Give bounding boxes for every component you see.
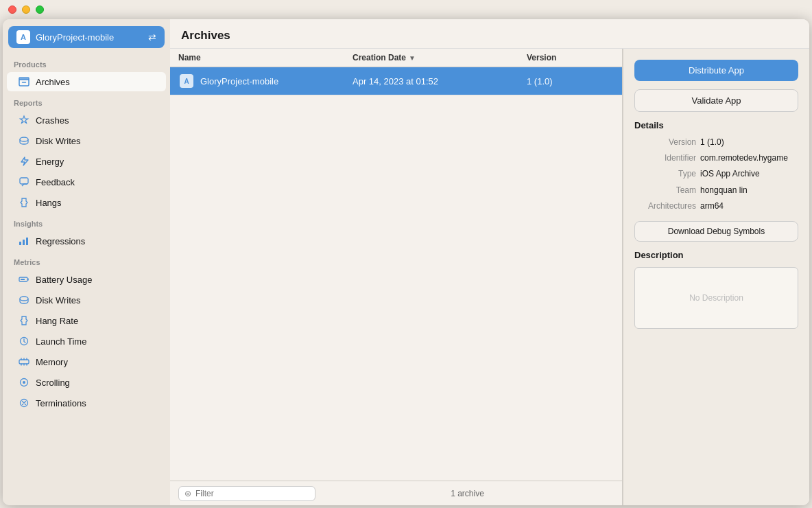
minimize-button[interactable] [22,5,30,14]
details-panel: Distribute App Validate App Details Vers… [623,49,809,505]
sidebar-item-scrolling-label: Scrolling [36,378,70,388]
type-label: Type [634,168,696,181]
svg-text:A: A [184,78,189,85]
project-icon: A [16,30,30,44]
disk-metrics-icon [18,294,30,306]
col-header-version: Version [527,53,614,62]
disk-icon [18,135,30,147]
team-label: Team [634,184,696,197]
sidebar-item-crashes-label: Crashes [36,115,69,126]
filter-input[interactable] [195,489,309,498]
sidebar-item-hang-rate-label: Hang Rate [36,316,78,326]
sidebar-item-battery-usage-label: Battery Usage [36,275,92,285]
archive-name: GloryProject-mobile [200,76,278,86]
svg-rect-4 [19,242,21,245]
sidebar-item-regressions[interactable]: Regressions [7,231,166,251]
sidebar-item-battery-usage[interactable]: Battery Usage [7,270,166,289]
col-header-date: Creation Date ▼ [353,53,527,62]
validate-app-button[interactable]: Validate App [634,89,798,112]
app-window: A GloryProject-mobile ⇄ Products Archive… [3,19,809,505]
hang-rate-icon [18,314,30,327]
terminations-icon [18,397,30,409]
page-title: Archives [181,29,798,43]
content-area: Archives Name Creation Date ▼ Version [170,19,809,505]
sidebar-item-hangs[interactable]: Hangs [7,193,166,212]
sidebar-item-feedback[interactable]: Feedback [7,172,166,192]
battery-icon [18,273,30,286]
sidebar-item-disk-writes-metrics[interactable]: Disk Writes [7,290,166,310]
section-metrics: Metrics [3,251,170,269]
table-row[interactable]: A GloryProject-mobile Apr 14, 2023 at 01… [170,67,622,95]
sidebar-item-scrolling[interactable]: Scrolling [7,373,166,392]
sidebar-item-energy[interactable]: Energy [7,152,166,171]
content-main: Name Creation Date ▼ Version [170,49,809,505]
sidebar-item-hang-rate[interactable]: Hang Rate [7,311,166,330]
sidebar-item-hangs-label: Hangs [36,198,62,208]
sidebar-item-archives-label: Archives [36,77,70,87]
filter-field[interactable]: ⊜ [178,486,315,501]
sort-arrow-icon: ▼ [409,54,416,62]
filter-icon: ⊜ [184,489,191,498]
details-title: Details [634,120,798,130]
section-products: Products [3,54,170,71]
svg-rect-5 [23,240,25,245]
svg-point-9 [20,297,28,301]
no-description-label: No Description [689,293,743,303]
hangs-icon [18,196,30,209]
architectures-label: Architectures [634,200,696,213]
sidebar-item-memory-label: Memory [36,357,68,367]
sidebar-item-disk-writes-reports[interactable]: Disk Writes [7,131,166,150]
detail-row-type: Type iOS App Archive [634,168,798,181]
download-debug-symbols-button[interactable]: Download Debug Symbols [634,221,798,242]
description-box: No Description [634,267,798,329]
energy-icon [18,155,30,168]
sidebar-item-archives[interactable]: Archives [7,72,166,91]
section-insights: Insights [3,213,170,231]
identifier-value: com.remotedev.hygame [700,152,788,165]
memory-icon [18,356,30,368]
crash-icon [18,114,30,126]
distribute-app-button[interactable]: Distribute App [634,60,798,81]
detail-row-identifier: Identifier com.remotedev.hygame [634,152,798,165]
sidebar-item-memory[interactable]: Memory [7,352,166,371]
team-value: hongquan lin [700,184,748,197]
table-header: Name Creation Date ▼ Version [170,49,622,67]
titlebar [0,0,812,19]
detail-row-version: Version 1 (1.0) [634,136,798,149]
maximize-button[interactable] [36,5,44,14]
version-value: 1 (1.0) [700,136,724,149]
svg-point-2 [20,137,28,141]
archive-icon [18,76,30,88]
scrolling-icon [18,376,30,389]
archive-list-area: Name Creation Date ▼ Version [170,49,623,505]
feedback-icon [18,176,30,188]
sidebar-item-feedback-label: Feedback [36,177,75,187]
close-button[interactable] [8,5,16,14]
content-footer: ⊜ 1 archive [170,481,622,505]
content-header: Archives [170,19,809,49]
identifier-label: Identifier [634,152,696,165]
sidebar-item-disk-writes-reports-label: Disk Writes [36,136,80,146]
svg-rect-3 [20,178,28,184]
archive-version: 1 (1.0) [527,76,553,86]
sidebar-item-energy-label: Energy [36,157,64,167]
cell-name: A GloryProject-mobile [178,73,353,89]
archive-date: Apr 14, 2023 at 01:52 [353,76,438,86]
svg-rect-11 [19,360,29,364]
cell-date: Apr 14, 2023 at 01:52 [353,75,527,87]
sidebar-item-terminations[interactable]: Terminations [7,393,166,413]
type-value: iOS App Archive [700,168,760,181]
col-header-name: Name [178,53,353,62]
sidebar: A GloryProject-mobile ⇄ Products Archive… [3,19,170,505]
sidebar-item-crashes[interactable]: Crashes [7,111,166,130]
architectures-value: arm64 [700,200,724,213]
sidebar-item-launch-time[interactable]: Launch Time [7,332,166,351]
regressions-icon [18,235,30,247]
svg-rect-6 [26,238,28,245]
section-reports: Reports [3,92,170,110]
version-label: Version [634,136,696,149]
app-icon: A [178,73,195,89]
description-title: Description [634,250,798,260]
project-selector[interactable]: A GloryProject-mobile ⇄ [8,26,165,48]
sidebar-item-terminations-label: Terminations [36,398,86,408]
